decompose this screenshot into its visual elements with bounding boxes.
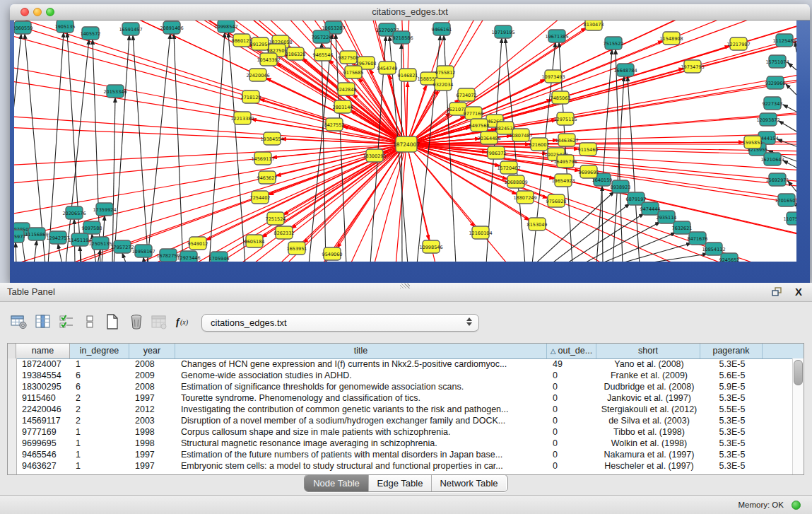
cell-in_degree: 1: [71, 449, 130, 460]
column-header-name[interactable]: name: [16, 344, 70, 358]
table-row[interactable]: 977716911998Corpus callosum shape and si…: [17, 426, 793, 438]
column-header-out_de[interactable]: △out_de...: [547, 344, 596, 358]
graph-node-label: 9605184: [245, 239, 265, 245]
graph-node-label: 7986372: [486, 151, 507, 156]
tab-node-table[interactable]: Node Table: [305, 475, 368, 491]
citation-edge: [413, 146, 796, 262]
tab-network-table[interactable]: Network Table: [431, 475, 506, 491]
cell-title: Estimation of significance thresholds fo…: [176, 381, 548, 392]
cell-short: Dudbridge et al. (2008): [597, 381, 701, 392]
edge: [34, 240, 37, 262]
rows-icon[interactable]: [79, 312, 100, 333]
column-header-short[interactable]: short: [596, 344, 700, 358]
table-row[interactable]: 1938455462009Genome-wide association stu…: [17, 370, 793, 381]
column-header-year[interactable]: year: [129, 344, 175, 358]
graph-node-label: 9755812: [435, 70, 456, 76]
gutter-header: [8, 344, 16, 358]
graph-node-label: 17957272: [110, 245, 134, 250]
close-panel-icon[interactable]: X: [795, 285, 802, 299]
column-header-title[interactable]: title: [175, 344, 547, 358]
edge: [594, 233, 676, 262]
column-header-pagerank[interactable]: pagerank: [700, 344, 763, 358]
cell-short: Tibbo et al. (1998): [597, 426, 701, 438]
table-panel-header[interactable]: Table Panel X: [0, 283, 812, 302]
graph-node-label: 10958167: [131, 249, 155, 255]
window-titlebar[interactable]: citations_edges.txt: [10, 4, 810, 21]
close-button[interactable]: [20, 8, 29, 16]
tab-edge-table[interactable]: Edge Table: [368, 475, 431, 491]
cell-short: Wolkin et al. (1998): [597, 438, 701, 449]
graph-node-label: 9827508: [339, 55, 359, 61]
graph-node-label: 9097588: [82, 226, 102, 231]
cell-pagerank: 5.3E-5: [701, 438, 763, 449]
cell-year: 2008: [130, 358, 176, 370]
memory-status-label: Memory: OK: [738, 496, 784, 514]
graph-node-label: 11156869: [25, 232, 48, 238]
cell-year: 2003: [130, 415, 176, 426]
function-builder-icon[interactable]: f (x): [172, 312, 194, 333]
citation-edge: [129, 149, 402, 262]
table-row[interactable]: 969969511998Structural magnetic resonanc…: [17, 438, 793, 449]
table-row[interactable]: 946362711997Embryonic stem cells: a mode…: [17, 460, 793, 472]
graph-node-label: 9465546: [313, 52, 334, 58]
cell-year: 2012: [130, 404, 176, 415]
table-settings-icon[interactable]: [8, 312, 30, 333]
graph-node-label: 12213389: [230, 116, 254, 122]
splitter-grip-icon[interactable]: [400, 284, 410, 288]
graph-node-label: 1705946: [209, 256, 230, 262]
graph-node-label: 9322034: [433, 82, 454, 88]
graph-node-label: 8186328: [286, 52, 306, 57]
table-panel-title: Table Panel: [7, 283, 55, 301]
new-table-icon[interactable]: [102, 312, 123, 333]
graph-node-label: 19384554: [260, 136, 283, 142]
row-check-icon[interactable]: [57, 312, 78, 333]
graph-node-label: 10973493: [541, 74, 565, 80]
cell-in_degree: 1: [71, 358, 130, 370]
citation-edge: [14, 144, 406, 192]
table-row[interactable]: 1872400712008Changes of HCN gene express…: [17, 358, 793, 370]
graph-node-label: 9242848: [336, 87, 357, 93]
table-row[interactable]: 1830029562008Estimation of significance …: [17, 381, 793, 392]
table-row[interactable]: 2242004622012Investigating the contribut…: [17, 404, 793, 415]
cell-short: Yano et al. (2008): [597, 358, 701, 370]
cell-out_de: 49: [548, 358, 597, 370]
network-view[interactable]: 2060559190513514055721659145720891406109…: [14, 21, 796, 262]
edge: [16, 243, 16, 262]
table-row[interactable]: 1456911722003Disruption of a novel membe…: [17, 415, 793, 426]
graph-node-label: 10807487: [509, 133, 532, 139]
column-header-in_degree[interactable]: in_degree: [70, 344, 129, 358]
cell-out_de: 0: [548, 404, 597, 415]
import-table-disabled-icon: [148, 312, 170, 333]
select-column-icon[interactable]: [33, 312, 54, 333]
scrollbar-thumb[interactable]: [794, 360, 803, 385]
graph-node-label: 20206576: [62, 211, 86, 216]
graph-node-label: 9699695: [579, 170, 599, 175]
delete-table-icon[interactable]: [126, 312, 147, 333]
edge: [505, 38, 525, 262]
graph-node-label: 10653287: [322, 25, 345, 31]
graph-node-label: 2803144: [333, 105, 353, 110]
cell-pagerank: 5.5E-5: [701, 404, 763, 415]
cell-year: 2009: [130, 370, 176, 381]
citation-edge: [406, 82, 408, 139]
graph-node-label: 18807249: [513, 195, 536, 201]
vertical-scrollbar[interactable]: [792, 358, 804, 474]
cell-in_degree: 2: [71, 404, 130, 415]
zoom-button[interactable]: [46, 8, 54, 16]
graph-node-label: 20891406: [160, 25, 183, 31]
graph-node-label: 12942757: [46, 235, 69, 241]
graph-node-label: 2935114: [657, 215, 677, 221]
table-toolbar: f (x) citations_edges.txt: [0, 312, 812, 336]
graph-node-label: 9860123: [232, 38, 252, 44]
table-row[interactable]: 946554611997Estimation of the future num…: [17, 449, 793, 460]
minimize-button[interactable]: [33, 8, 42, 16]
cell-in_degree: 6: [71, 370, 130, 381]
cell-name: 22420046: [17, 404, 71, 415]
float-window-icon[interactable]: [772, 287, 782, 297]
edge: [613, 76, 624, 262]
cell-pagerank: 5.3E-5: [701, 358, 763, 370]
table-selector-dropdown[interactable]: citations_edges.txt: [201, 314, 479, 332]
graph-node-label: 7515522: [604, 41, 624, 47]
table-row[interactable]: 911546021997Tourette syndrome. Phenomeno…: [17, 392, 793, 404]
graph-node-label: 7957224: [312, 35, 332, 40]
